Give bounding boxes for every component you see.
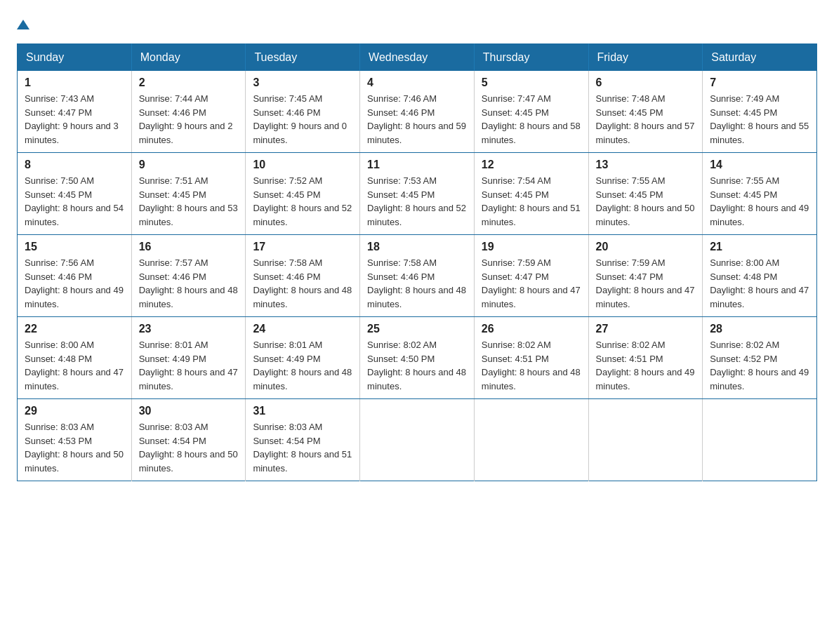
calendar-cell: 23 Sunrise: 8:01 AMSunset: 4:49 PMDaylig… — [131, 317, 246, 399]
day-number: 5 — [482, 76, 581, 89]
column-header-monday: Monday — [131, 44, 246, 72]
calendar-cell: 29 Sunrise: 8:03 AMSunset: 4:53 PMDaylig… — [18, 399, 132, 481]
day-info: Sunrise: 7:44 AMSunset: 4:46 PMDaylight:… — [139, 92, 239, 147]
calendar-cell: 26 Sunrise: 8:02 AMSunset: 4:51 PMDaylig… — [474, 317, 588, 399]
column-header-friday: Friday — [588, 44, 703, 72]
day-info: Sunrise: 8:00 AMSunset: 4:48 PMDaylight:… — [710, 256, 809, 311]
day-info: Sunrise: 8:02 AMSunset: 4:51 PMDaylight:… — [482, 338, 581, 393]
calendar-week-row: 8 Sunrise: 7:50 AMSunset: 4:45 PMDayligh… — [18, 153, 817, 235]
calendar-cell — [474, 399, 588, 481]
day-info: Sunrise: 7:58 AMSunset: 4:46 PMDaylight:… — [367, 256, 467, 311]
calendar-cell — [703, 399, 817, 481]
day-info: Sunrise: 7:52 AMSunset: 4:45 PMDaylight:… — [253, 174, 352, 229]
calendar-cell: 14 Sunrise: 7:55 AMSunset: 4:45 PMDaylig… — [703, 153, 817, 235]
day-info: Sunrise: 8:01 AMSunset: 4:49 PMDaylight:… — [139, 338, 239, 393]
day-info: Sunrise: 8:02 AMSunset: 4:52 PMDaylight:… — [710, 338, 809, 393]
day-number: 2 — [139, 76, 239, 89]
day-number: 6 — [596, 76, 696, 89]
calendar-cell: 18 Sunrise: 7:58 AMSunset: 4:46 PMDaylig… — [360, 235, 475, 317]
calendar-cell: 30 Sunrise: 8:03 AMSunset: 4:54 PMDaylig… — [131, 399, 246, 481]
day-number: 27 — [596, 323, 696, 335]
calendar-cell: 27 Sunrise: 8:02 AMSunset: 4:51 PMDaylig… — [588, 317, 703, 399]
calendar-cell — [588, 399, 703, 481]
calendar-cell: 2 Sunrise: 7:44 AMSunset: 4:46 PMDayligh… — [131, 71, 246, 153]
calendar-cell: 22 Sunrise: 8:00 AMSunset: 4:48 PMDaylig… — [18, 317, 132, 399]
day-info: Sunrise: 7:54 AMSunset: 4:45 PMDaylight:… — [482, 174, 581, 229]
day-info: Sunrise: 7:47 AMSunset: 4:45 PMDaylight:… — [482, 92, 581, 147]
logo — [17, 17, 31, 32]
calendar-cell: 16 Sunrise: 7:57 AMSunset: 4:46 PMDaylig… — [131, 235, 246, 317]
day-info: Sunrise: 7:57 AMSunset: 4:46 PMDaylight:… — [139, 256, 239, 311]
day-info: Sunrise: 7:49 AMSunset: 4:45 PMDaylight:… — [710, 92, 809, 147]
day-info: Sunrise: 7:56 AMSunset: 4:46 PMDaylight:… — [25, 256, 124, 311]
calendar-cell: 6 Sunrise: 7:48 AMSunset: 4:45 PMDayligh… — [588, 71, 703, 153]
calendar-cell: 7 Sunrise: 7:49 AMSunset: 4:45 PMDayligh… — [703, 71, 817, 153]
calendar-week-row: 22 Sunrise: 8:00 AMSunset: 4:48 PMDaylig… — [18, 317, 817, 399]
calendar-cell: 8 Sunrise: 7:50 AMSunset: 4:45 PMDayligh… — [18, 153, 132, 235]
day-info: Sunrise: 8:02 AMSunset: 4:50 PMDaylight:… — [367, 338, 467, 393]
calendar-cell: 20 Sunrise: 7:59 AMSunset: 4:47 PMDaylig… — [588, 235, 703, 317]
day-info: Sunrise: 7:55 AMSunset: 4:45 PMDaylight:… — [710, 174, 809, 229]
day-number: 9 — [139, 159, 239, 171]
day-number: 11 — [367, 159, 467, 171]
day-number: 12 — [482, 159, 581, 171]
column-header-sunday: Sunday — [18, 44, 132, 72]
svg-marker-0 — [17, 20, 29, 29]
day-number: 16 — [139, 241, 239, 253]
calendar-cell: 9 Sunrise: 7:51 AMSunset: 4:45 PMDayligh… — [131, 153, 246, 235]
calendar-cell: 12 Sunrise: 7:54 AMSunset: 4:45 PMDaylig… — [474, 153, 588, 235]
day-info: Sunrise: 7:59 AMSunset: 4:47 PMDaylight:… — [596, 256, 696, 311]
calendar-cell: 21 Sunrise: 8:00 AMSunset: 4:48 PMDaylig… — [703, 235, 817, 317]
day-info: Sunrise: 8:03 AMSunset: 4:54 PMDaylight:… — [139, 420, 239, 475]
calendar-week-row: 1 Sunrise: 7:43 AMSunset: 4:47 PMDayligh… — [18, 71, 817, 153]
calendar-cell: 5 Sunrise: 7:47 AMSunset: 4:45 PMDayligh… — [474, 71, 588, 153]
day-number: 10 — [253, 159, 352, 171]
calendar-cell: 10 Sunrise: 7:52 AMSunset: 4:45 PMDaylig… — [246, 153, 360, 235]
day-info: Sunrise: 7:53 AMSunset: 4:45 PMDaylight:… — [367, 174, 467, 229]
calendar-cell: 28 Sunrise: 8:02 AMSunset: 4:52 PMDaylig… — [703, 317, 817, 399]
day-number: 18 — [367, 241, 467, 253]
calendar-cell: 24 Sunrise: 8:01 AMSunset: 4:49 PMDaylig… — [246, 317, 360, 399]
column-header-thursday: Thursday — [474, 44, 588, 72]
day-number: 23 — [139, 323, 239, 335]
calendar-header-row: SundayMondayTuesdayWednesdayThursdayFrid… — [18, 44, 817, 72]
column-header-wednesday: Wednesday — [360, 44, 475, 72]
day-number: 4 — [367, 76, 467, 89]
day-number: 1 — [25, 76, 124, 89]
calendar-cell: 15 Sunrise: 7:56 AMSunset: 4:46 PMDaylig… — [18, 235, 132, 317]
day-number: 31 — [253, 405, 352, 417]
day-number: 13 — [596, 159, 696, 171]
day-number: 19 — [482, 241, 581, 253]
column-header-tuesday: Tuesday — [246, 44, 360, 72]
day-info: Sunrise: 8:03 AMSunset: 4:54 PMDaylight:… — [253, 420, 352, 475]
day-number: 28 — [710, 323, 809, 335]
day-number: 15 — [25, 241, 124, 253]
day-info: Sunrise: 7:59 AMSunset: 4:47 PMDaylight:… — [482, 256, 581, 311]
day-info: Sunrise: 8:02 AMSunset: 4:51 PMDaylight:… — [596, 338, 696, 393]
day-number: 17 — [253, 241, 352, 253]
day-info: Sunrise: 7:51 AMSunset: 4:45 PMDaylight:… — [139, 174, 239, 229]
calendar-table: SundayMondayTuesdayWednesdayThursdayFrid… — [17, 43, 817, 481]
day-info: Sunrise: 8:00 AMSunset: 4:48 PMDaylight:… — [25, 338, 124, 393]
calendar-cell: 13 Sunrise: 7:55 AMSunset: 4:45 PMDaylig… — [588, 153, 703, 235]
day-info: Sunrise: 7:48 AMSunset: 4:45 PMDaylight:… — [596, 92, 696, 147]
logo-arrow-icon — [17, 18, 29, 34]
day-number: 7 — [710, 76, 809, 89]
calendar-cell: 1 Sunrise: 7:43 AMSunset: 4:47 PMDayligh… — [18, 71, 132, 153]
day-number: 21 — [710, 241, 809, 253]
day-number: 8 — [25, 159, 124, 171]
calendar-week-row: 15 Sunrise: 7:56 AMSunset: 4:46 PMDaylig… — [18, 235, 817, 317]
day-info: Sunrise: 7:43 AMSunset: 4:47 PMDaylight:… — [25, 92, 124, 147]
day-info: Sunrise: 7:45 AMSunset: 4:46 PMDaylight:… — [253, 92, 352, 147]
day-info: Sunrise: 7:50 AMSunset: 4:45 PMDaylight:… — [25, 174, 124, 229]
calendar-cell: 3 Sunrise: 7:45 AMSunset: 4:46 PMDayligh… — [246, 71, 360, 153]
day-number: 24 — [253, 323, 352, 335]
calendar-cell: 4 Sunrise: 7:46 AMSunset: 4:46 PMDayligh… — [360, 71, 475, 153]
calendar-week-row: 29 Sunrise: 8:03 AMSunset: 4:53 PMDaylig… — [18, 399, 817, 481]
day-number: 30 — [139, 405, 239, 417]
calendar-cell: 11 Sunrise: 7:53 AMSunset: 4:45 PMDaylig… — [360, 153, 475, 235]
day-info: Sunrise: 7:58 AMSunset: 4:46 PMDaylight:… — [253, 256, 352, 311]
day-info: Sunrise: 7:46 AMSunset: 4:46 PMDaylight:… — [367, 92, 467, 147]
calendar-cell: 17 Sunrise: 7:58 AMSunset: 4:46 PMDaylig… — [246, 235, 360, 317]
calendar-cell: 25 Sunrise: 8:02 AMSunset: 4:50 PMDaylig… — [360, 317, 475, 399]
